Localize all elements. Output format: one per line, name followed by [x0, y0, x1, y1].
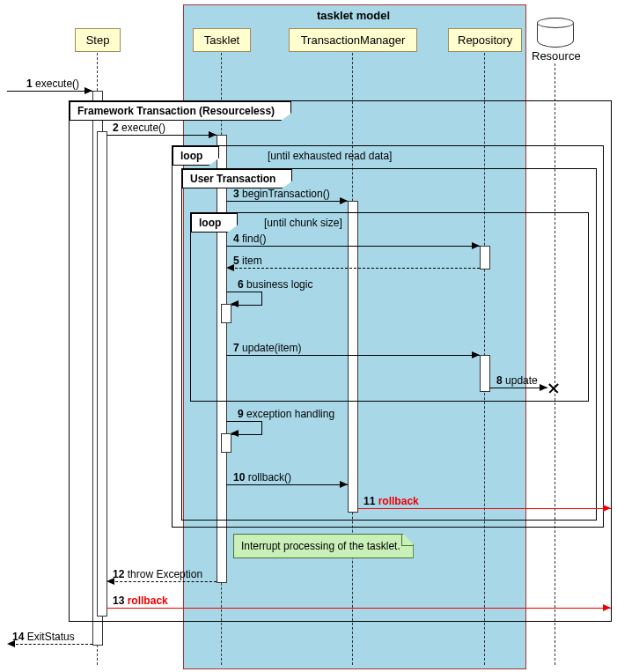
msg-13: 13 rollback: [113, 594, 168, 607]
msg-14: 14 ExitStatus: [12, 631, 75, 643]
arrow-7: [226, 355, 480, 356]
msg-10: 10 rollback(): [233, 471, 291, 484]
msg-5: 5 item: [233, 255, 262, 267]
msg-3: 3 beginTransaction(): [233, 188, 330, 200]
msg-1: 1 execute(): [26, 78, 79, 90]
arrow-3: [226, 201, 348, 202]
participant-resource: Resource: [532, 49, 581, 63]
arrowhead-14: [7, 640, 15, 647]
participant-tm: TransactionManager: [289, 28, 417, 52]
arrowhead-13: [603, 604, 611, 611]
note-interrupt: Interrupt processing of the tasklet.: [233, 534, 414, 558]
frame-framework-label: Framework Transaction (Resourceless): [70, 101, 291, 121]
frame-loop2-cond: [until chunk size]: [264, 217, 342, 229]
frame-loop1-label: loop: [173, 146, 219, 166]
arrowhead-4: [472, 242, 480, 249]
arrow-12: [111, 581, 217, 582]
arrowhead-12: [107, 578, 114, 585]
activation-repo-2: [480, 355, 490, 392]
arrowhead-6: [231, 300, 239, 307]
frame-user-label: User Transaction: [182, 169, 292, 188]
destroy-icon: [547, 381, 560, 394]
arrow-11: [357, 508, 611, 509]
activation-repo-1: [480, 246, 490, 270]
msg-2: 2 execute(): [113, 122, 165, 134]
msg-11: 11 rollback: [364, 495, 419, 507]
arrowhead-8: [540, 384, 547, 391]
activation-self-1: [221, 304, 231, 323]
arrowhead-10: [340, 481, 348, 488]
arrow-1: [7, 91, 92, 92]
arrow-14: [11, 644, 92, 645]
arrow-13: [107, 608, 611, 609]
arrowhead-9: [231, 430, 239, 437]
arrowhead-5: [226, 264, 234, 271]
msg-7: 7 update(item): [233, 342, 301, 354]
sequence-diagram: tasklet model Step Tasklet TransactionMa…: [0, 0, 617, 672]
arrow-4: [226, 246, 480, 247]
msg-4: 4 find(): [233, 233, 266, 245]
arrowhead-11: [603, 505, 611, 512]
arrowhead-1: [84, 87, 92, 94]
arrowhead-3: [340, 197, 348, 204]
frame-loop1-cond: [until exhausted read data]: [268, 150, 392, 162]
msg-6: 6 business logic: [238, 278, 312, 291]
tasklet-model-label: tasklet model: [317, 9, 390, 22]
participant-tasklet: Tasklet: [193, 28, 251, 52]
arrow-5: [231, 268, 480, 269]
arrow-10: [226, 484, 348, 485]
arrowhead-2: [209, 131, 217, 138]
frame-loop2-label: loop: [191, 213, 238, 233]
arrow-2: [107, 135, 217, 136]
activation-self-2: [221, 433, 231, 453]
msg-9: 9 exception handling: [238, 408, 334, 420]
participant-repo: Repository: [448, 28, 522, 52]
participant-resource-icon: [537, 18, 574, 48]
participant-step: Step: [75, 28, 121, 52]
msg-8: 8 update: [496, 374, 538, 387]
msg-12: 12 throw Exception: [113, 568, 202, 580]
arrowhead-7: [472, 351, 480, 358]
